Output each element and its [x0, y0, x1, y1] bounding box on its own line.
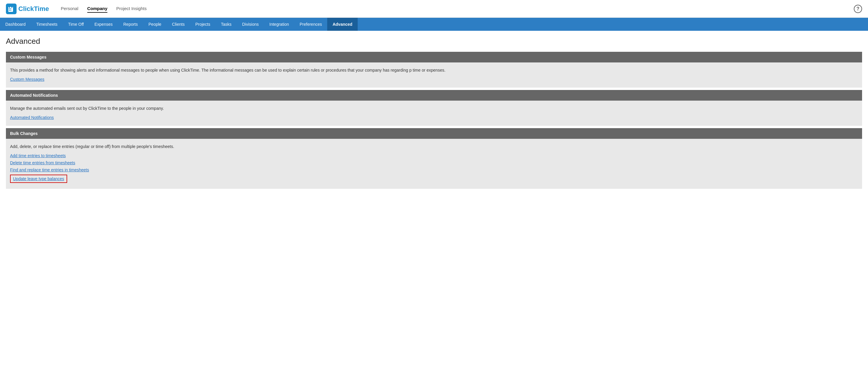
- svg-rect-4: [10, 8, 11, 9]
- nav-timesheets[interactable]: Timesheets: [31, 18, 63, 31]
- top-nav-personal[interactable]: Personal: [61, 5, 79, 13]
- nav-expenses[interactable]: Expenses: [89, 18, 118, 31]
- logo[interactable]: ClickTime: [6, 4, 49, 14]
- nav-preferences[interactable]: Preferences: [294, 18, 327, 31]
- nav-clients[interactable]: Clients: [166, 18, 190, 31]
- svg-rect-2: [11, 6, 12, 8]
- bulk-changes-body: Add, delete, or replace time entries (re…: [6, 139, 862, 189]
- bulk-changes-header: Bulk Changes: [6, 128, 862, 139]
- custom-messages-link[interactable]: Custom Messages: [10, 77, 858, 82]
- svg-rect-1: [9, 6, 10, 8]
- divider-2: [6, 126, 862, 128]
- svg-rect-5: [9, 10, 10, 11]
- automated-notifications-link[interactable]: Automated Notifications: [10, 115, 858, 120]
- page-content: Advanced Custom Messages This provides a…: [0, 31, 868, 195]
- nav-reports[interactable]: Reports: [118, 18, 143, 31]
- top-nav: Personal Company Project Insights: [61, 5, 854, 13]
- automated-notifications-section: Automated Notifications Manage the autom…: [6, 90, 862, 126]
- nav-projects[interactable]: Projects: [190, 18, 216, 31]
- divider-1: [6, 88, 862, 90]
- custom-messages-section: Custom Messages This provides a method f…: [6, 52, 862, 88]
- bulk-changes-description: Add, delete, or replace time entries (re…: [10, 144, 858, 150]
- logo-icon: [6, 4, 17, 14]
- svg-rect-6: [10, 10, 11, 11]
- nav-advanced[interactable]: Advanced: [327, 18, 358, 31]
- add-time-entries-link[interactable]: Add time entries to timesheets: [10, 153, 858, 158]
- logo-text: ClickTime: [18, 5, 49, 13]
- top-bar: ClickTime Personal Company Project Insig…: [0, 0, 868, 18]
- delete-time-entries-link[interactable]: Delete time entries from timesheets: [10, 160, 858, 165]
- update-leave-type-balances-link[interactable]: Update leave type balances: [10, 175, 67, 183]
- nav-dashboard[interactable]: Dashboard: [0, 18, 31, 31]
- top-nav-project-insights[interactable]: Project Insights: [116, 5, 147, 13]
- nav-integration[interactable]: Integration: [264, 18, 294, 31]
- nav-divisions[interactable]: Divisions: [237, 18, 264, 31]
- find-replace-time-entries-link[interactable]: Find and replace time entries in timeshe…: [10, 168, 858, 172]
- automated-notifications-header: Automated Notifications: [6, 90, 862, 101]
- nav-people[interactable]: People: [143, 18, 167, 31]
- automated-notifications-description: Manage the automated emails sent out by …: [10, 106, 858, 112]
- custom-messages-body: This provides a method for showing alert…: [6, 62, 862, 88]
- nav-time-off[interactable]: Time Off: [63, 18, 89, 31]
- help-icon[interactable]: ?: [854, 5, 862, 13]
- svg-rect-3: [9, 8, 10, 9]
- bulk-changes-section: Bulk Changes Add, delete, or replace tim…: [6, 128, 862, 189]
- top-nav-company[interactable]: Company: [87, 5, 107, 13]
- custom-messages-description: This provides a method for showing alert…: [10, 67, 858, 73]
- custom-messages-header: Custom Messages: [6, 52, 862, 62]
- nav-tasks[interactable]: Tasks: [216, 18, 237, 31]
- automated-notifications-body: Manage the automated emails sent out by …: [6, 101, 862, 126]
- page-title: Advanced: [6, 37, 862, 46]
- main-nav: Dashboard Timesheets Time Off Expenses R…: [0, 18, 868, 31]
